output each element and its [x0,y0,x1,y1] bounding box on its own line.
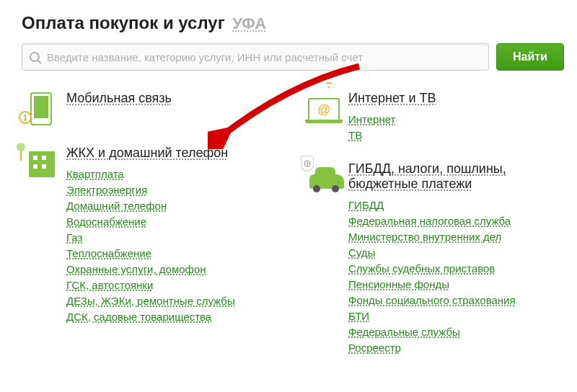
page-title: Оплата покупок и услуг [22,13,225,32]
category-utilities-title[interactable]: ЖКХ и домашний телефон [66,146,228,160]
category-internet: @ Интернет и ТВ Интернет ТВ [304,91,564,141]
sublink[interactable]: Водоснабжение [66,215,146,228]
category-taxes: ГИБДД, налоги, пошлины, бюджетные платеж… [304,161,564,354]
sublink[interactable]: ДСК, садовые товарищества [66,311,211,323]
sublink[interactable]: Домашний телефон [66,200,167,212]
sublink[interactable]: Суды [348,246,375,259]
sublink[interactable]: ДЕЗы, ЖЭКи, ремонтные службы [66,295,235,307]
sublink[interactable]: Министерство внутренних дел [348,231,501,243]
sublink[interactable]: Росреестр [348,342,401,354]
left-column: 1 Мобильная связь ЖКХ и домашний телефон… [22,91,282,374]
find-button[interactable]: Найти [496,43,564,71]
search-input[interactable] [47,51,481,63]
right-column: @ Интернет и ТВ Интернет ТВ ГИБДД, налог… [304,91,564,374]
sublink[interactable]: ТВ [348,129,362,141]
search-box[interactable] [22,43,489,71]
sublink[interactable]: Охранные услуги, домофон [66,263,206,275]
category-utilities: ЖКХ и домашний телефон Квартплата Электр… [22,146,282,323]
sublink[interactable]: ГСК, автостоянки [66,279,153,291]
laptop-icon: @ [304,91,348,141]
sublink[interactable]: Квартплата [66,168,124,180]
sublink[interactable]: Службы судебных приставов [348,262,495,275]
sublink[interactable]: ГИБДД [348,199,384,211]
category-taxes-title[interactable]: ГИБДД, налоги, пошлины, бюджетные платеж… [348,161,506,191]
car-icon [304,161,348,354]
mobile-icon: 1 [22,91,66,125]
sublink[interactable]: БТИ [348,310,369,322]
category-mobile-title[interactable]: Мобильная связь [66,91,172,105]
city-link[interactable]: УФА [232,14,266,32]
sublink[interactable]: Федеральная налоговая служба [348,215,511,227]
sublink[interactable]: Теплоснабжение [66,247,151,259]
sublink[interactable]: Пенсионные фонды [348,278,449,290]
sublink[interactable]: Газ [66,231,82,244]
sublink[interactable]: Фонды социального страхования [348,294,516,306]
sublink[interactable]: Электроэнергия [66,184,147,196]
search-icon [30,52,40,62]
house-icon [22,146,66,323]
sublink[interactable]: Федеральные службы [348,326,460,338]
category-internet-title[interactable]: Интернет и ТВ [348,91,436,105]
sublink[interactable]: Интернет [348,113,395,125]
category-mobile: 1 Мобильная связь [22,91,282,125]
